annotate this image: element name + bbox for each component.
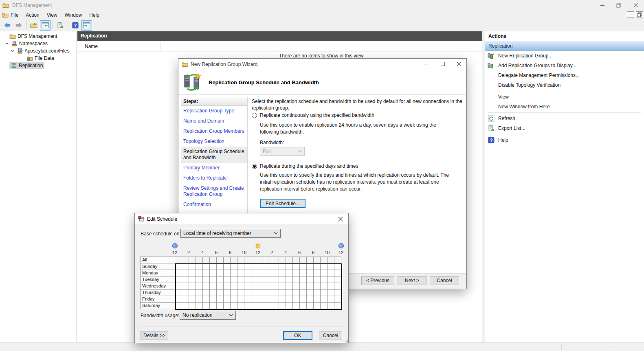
resize-grip[interactable]: ◢ [345,339,348,343]
schedule-cell[interactable] [217,290,224,296]
schedule-cell[interactable] [224,283,231,290]
schedule-cell[interactable] [334,283,341,290]
schedule-cell[interactable] [237,283,244,290]
schedule-cell[interactable] [272,263,279,270]
schedule-cell[interactable] [321,296,327,303]
step-topology-selection[interactable]: Topology Selection [181,136,247,147]
schedule-cell[interactable] [265,290,272,296]
schedule-cell[interactable] [189,283,196,290]
schedule-cell[interactable] [244,257,251,263]
schedule-cell[interactable] [300,263,307,270]
schedule-cell[interactable] [327,263,334,270]
edit-schedule-close-button[interactable] [336,215,345,223]
schedule-cell[interactable] [258,290,265,296]
schedule-cell[interactable] [196,303,203,309]
schedule-cell[interactable] [224,276,231,283]
schedule-cell[interactable] [307,263,314,270]
schedule-cell[interactable] [182,290,189,296]
schedule-cell[interactable] [334,296,341,303]
show-action-pane-button[interactable] [81,20,92,31]
schedule-cell[interactable] [265,296,272,303]
day-label-monday[interactable]: Monday [141,270,175,276]
schedule-cell[interactable] [293,257,300,263]
schedule-cell[interactable] [210,296,217,303]
schedule-cell[interactable] [231,276,237,283]
day-label-saturday[interactable]: Saturday [141,303,175,309]
schedule-cell[interactable] [293,263,300,270]
schedule-cell[interactable] [182,283,189,290]
tree-item-namespaces[interactable]: Namespaces [0,40,77,47]
schedule-cell[interactable] [300,303,307,309]
schedule-cell[interactable] [286,276,293,283]
schedule-cell[interactable] [210,290,217,296]
schedule-cell[interactable] [210,283,217,290]
day-label-wednesday[interactable]: Wednesday [141,283,175,290]
schedule-cell[interactable] [210,303,217,309]
schedule-cell[interactable] [203,263,210,270]
schedule-cell[interactable] [244,270,251,276]
restore-button[interactable] [611,0,626,11]
schedule-cell[interactable] [237,303,244,309]
schedule-cell[interactable] [182,263,189,270]
schedule-cell[interactable] [334,270,341,276]
schedule-cell[interactable] [265,303,272,309]
schedule-cell[interactable] [314,257,321,263]
schedule-cell[interactable] [203,303,210,309]
schedule-cell[interactable] [175,303,182,309]
schedule-cell[interactable] [196,270,203,276]
schedule-cell[interactable] [244,290,251,296]
schedule-cell[interactable] [272,290,279,296]
schedule-cell[interactable] [265,276,272,283]
step-review-settings-and-create-replication-group[interactable]: Review Settings and Create Replication G… [181,183,247,200]
schedule-cell[interactable] [231,296,237,303]
schedule-cell[interactable] [217,296,224,303]
base-schedule-select[interactable]: Local time of receiving member [180,229,281,238]
column-divider[interactable] [160,42,160,50]
schedule-cell[interactable] [244,263,251,270]
schedule-cell[interactable] [210,270,217,276]
radio-button[interactable] [252,164,257,169]
help-button[interactable]: ? [70,20,81,31]
schedule-cell[interactable] [196,257,203,263]
schedule-cell[interactable] [210,276,217,283]
schedule-cell[interactable] [258,296,265,303]
radio-button[interactable] [252,113,257,118]
schedule-cell[interactable] [237,290,244,296]
schedule-cell[interactable] [334,276,341,283]
tree-item--poseylab-com-files[interactable]: \\poseylab.com\Files [0,47,77,55]
schedule-cell[interactable] [244,296,251,303]
schedule-cell[interactable] [189,263,196,270]
schedule-cell[interactable] [224,290,231,296]
schedule-cell[interactable] [224,296,231,303]
schedule-cell[interactable] [258,263,265,270]
schedule-cell[interactable] [321,283,327,290]
wizard-close-button[interactable] [453,59,466,68]
schedule-cell[interactable] [189,257,196,263]
schedule-cell[interactable] [203,270,210,276]
schedule-cell[interactable] [251,283,258,290]
action-new-window-from-here[interactable]: New Window from Here [485,102,644,112]
schedule-cell[interactable] [251,257,258,263]
schedule-cell[interactable] [231,263,237,270]
schedule-cell[interactable] [237,257,244,263]
schedule-cell[interactable] [293,276,300,283]
schedule-cell[interactable] [251,263,258,270]
step-confirmation[interactable]: Confirmation [181,200,247,210]
up-one-level-button[interactable] [29,20,39,31]
schedule-cell[interactable] [251,303,258,309]
schedule-cell[interactable] [286,270,293,276]
schedule-cell[interactable] [327,303,334,309]
schedule-cell[interactable] [244,276,251,283]
schedule-cell[interactable] [189,290,196,296]
schedule-cell[interactable] [314,283,321,290]
schedule-cell[interactable] [182,257,189,263]
schedule-cell[interactable] [237,270,244,276]
day-label-sunday[interactable]: Sunday [141,263,175,270]
radio-replicate-continuously[interactable]: Replicate continuously using the specifi… [252,112,374,118]
schedule-cell[interactable] [231,283,237,290]
next-button[interactable]: Next > [398,276,426,285]
schedule-cell[interactable] [175,276,182,283]
minimize-button[interactable] [595,0,610,11]
schedule-cell[interactable] [334,257,341,263]
schedule-cell[interactable] [251,276,258,283]
